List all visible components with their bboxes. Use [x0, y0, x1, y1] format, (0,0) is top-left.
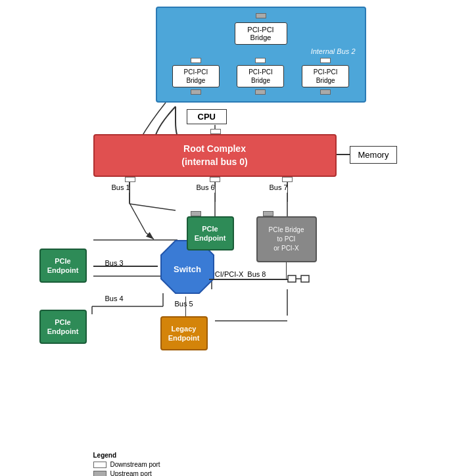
bus6-upstream-port — [191, 211, 201, 216]
bus7-upstream-port — [263, 211, 273, 216]
downstream-port-2 — [255, 58, 266, 63]
bus6-label: Bus 6 — [197, 183, 215, 191]
legacy-endpoint: LegacyEndpoint — [160, 316, 208, 350]
cpu-downstream-port — [210, 129, 221, 134]
line-bus7-down — [287, 182, 289, 202]
line-bus7-to-pcix — [286, 262, 287, 279]
svg-line-32 — [146, 233, 154, 239]
bus1-label: Bus 1 — [112, 183, 130, 191]
root-port-bus6 — [210, 177, 220, 182]
pcix-line — [209, 279, 288, 280]
upstream-port-b1 — [191, 89, 201, 95]
line-bus1-down — [130, 182, 131, 202]
pcix-resistor — [288, 272, 314, 285]
pci-bridge-3: PCI-PCI Bridge — [302, 65, 349, 87]
legend: Legend Downstream port Upstream port — [93, 452, 160, 476]
legend-upstream: Upstream port — [93, 470, 160, 476]
upstream-port-top — [256, 13, 266, 18]
svg-rect-38 — [288, 275, 296, 282]
line-bus6-down — [215, 182, 216, 202]
memory-box: Memory — [350, 146, 398, 164]
svg-line-30 — [130, 203, 146, 233]
legend-upstream-icon — [93, 471, 106, 477]
bus5-label: Bus 5 — [175, 300, 193, 308]
bus4-label: Bus 4 — [105, 295, 124, 302]
cpu-box: CPU — [187, 109, 227, 124]
memory-line — [337, 154, 350, 155]
downstream-port-3 — [320, 58, 331, 63]
line-bus3 — [93, 266, 158, 267]
legend-title: Legend — [93, 452, 160, 459]
line-bus5 — [185, 297, 187, 316]
downstream-port-1 — [191, 58, 201, 63]
pcie-endpoint-1: PCIeEndpoint — [39, 249, 87, 283]
legend-downstream-icon — [93, 462, 106, 468]
top-pci-bridge: PCI-PCI Bridge — [235, 22, 287, 45]
pci-bridge-1: PCI-PCI Bridge — [172, 65, 220, 87]
bus7-label: Bus 7 — [270, 183, 288, 191]
upstream-port-b2 — [255, 89, 266, 95]
svg-rect-40 — [301, 275, 309, 282]
root-complex: Root Complex(internal bus 0) — [93, 134, 337, 177]
pci-bridge-gray: PCIe Bridgeto PCIor PCI-X — [256, 216, 317, 262]
pci-bridge-2: PCI-PCI Bridge — [237, 65, 284, 87]
pcix-bus8-label: PCI/PCI-X Bus 8 — [210, 270, 266, 278]
root-port-bus1 — [125, 177, 135, 182]
internal-bus-2-label: Internal Bus 2 — [164, 47, 356, 55]
root-port-bus7 — [282, 177, 293, 182]
svg-text:Switch: Switch — [174, 264, 201, 274]
pcie-endpoint-3: PCIeEndpoint — [187, 216, 234, 250]
pcie-endpoint-2: PCIeEndpoint — [39, 310, 87, 344]
upstream-port-b3 — [320, 89, 331, 95]
legend-downstream: Downstream port — [93, 461, 160, 468]
